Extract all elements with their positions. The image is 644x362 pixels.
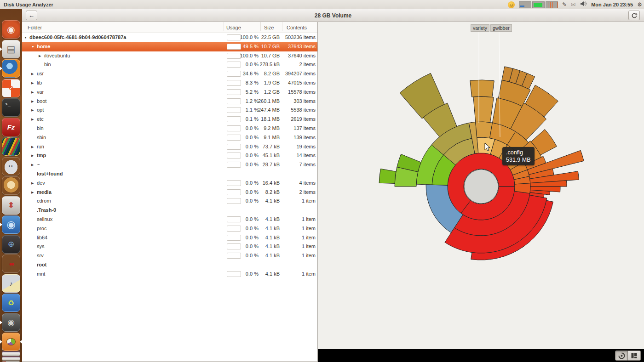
table-row-dbeec600-05fc-4681-9b04-9d060478787a[interactable]: ▼dbeec600-05fc-4681-9b04-9d060478787a100… — [22, 33, 317, 42]
table-row-sbin[interactable]: sbin0.0 %9.1 MB139 items — [22, 133, 317, 142]
table-row-var[interactable]: ▶var5.2 %1.2 GB15578 items — [22, 88, 317, 97]
table-row-lib[interactable]: ▶lib8.3 %1.9 GB47015 items — [22, 79, 317, 88]
chart-segment[interactable] — [476, 122, 493, 138]
folder-name: run — [37, 142, 44, 152]
table-row-~[interactable]: ▶~0.0 %28.7 kB7 items — [22, 160, 317, 170]
clock-indicator[interactable]: Mon Jan 20 23:55 — [591, 2, 633, 7]
column-header-contents[interactable]: Contents — [287, 22, 307, 33]
usage-progressbar — [227, 62, 241, 68]
folder-name: sbin — [37, 133, 46, 142]
session-gear-icon[interactable]: ⚙ — [637, 0, 642, 9]
expander-closed-icon[interactable]: ▶ — [31, 179, 34, 188]
launcher-item-cherries[interactable]: ●● — [2, 255, 20, 273]
rings-chart-view-button[interactable] — [615, 351, 628, 361]
sound-menu-icon[interactable] — [580, 0, 587, 9]
app-indicator-smiley-icon[interactable]: ☺ — [508, 1, 515, 8]
expander-closed-icon[interactable]: ▶ — [31, 160, 34, 170]
folder-contents: 137 items — [293, 124, 316, 133]
launcher-item-speaker-box[interactable]: ◉ — [2, 313, 20, 332]
table-row-.Trash-0[interactable]: .Trash-0 — [22, 206, 317, 215]
launcher-item-ubuntu-tweak[interactable]: ⚙ — [2, 79, 20, 97]
table-row-home[interactable]: ▼home49.5 %10.7 GB37643 items — [22, 42, 317, 51]
launcher-item-dash-home[interactable]: ◉ — [2, 20, 20, 39]
folder-name: media — [37, 188, 52, 197]
table-row-lib64[interactable]: lib640.0 %4.1 kB1 item — [22, 233, 317, 243]
back-button[interactable]: ← — [26, 11, 37, 20]
expander-closed-icon[interactable]: ▶ — [31, 97, 34, 106]
chart-segment[interactable] — [473, 96, 494, 122]
launcher-item-planetarium[interactable]: ⊕ — [2, 235, 20, 254]
usage-progressbar — [227, 34, 241, 40]
table-row-opt[interactable]: ▶opt1.1 %247.4 MB5538 items — [22, 106, 317, 115]
expander-closed-icon[interactable]: ▶ — [31, 151, 34, 160]
expander-open-icon[interactable]: ▼ — [24, 33, 27, 42]
tablet-pen-indicator-icon[interactable]: ✎ — [562, 0, 567, 9]
folder-contents: 2619 items — [291, 115, 316, 124]
usage-progressbar — [227, 271, 241, 277]
column-header-folder[interactable]: Folder — [28, 22, 42, 33]
folder-contents: 1 item — [302, 224, 316, 233]
launcher-item-music-sync[interactable]: ♻ — [2, 294, 20, 312]
folder-size: 1.2 GB — [264, 88, 280, 97]
table-row-usr[interactable]: ▶usr34.6 %8.2 GB394207 items — [22, 69, 317, 79]
table-row-media[interactable]: ▶media0.0 %8.2 kB2 items — [22, 188, 317, 197]
launcher-item-filezilla[interactable]: Fz — [2, 118, 20, 136]
table-row-tmp[interactable]: ▶tmp0.0 %45.1 kB14 items — [22, 151, 317, 160]
table-row-srv[interactable]: srv0.0 %4.1 kB1 item — [22, 251, 317, 260]
launcher-item-files[interactable]: ▤ — [2, 40, 20, 58]
usage-percent: 0.0 % — [246, 251, 259, 260]
table-row-lost+found[interactable]: lost+found — [22, 170, 317, 179]
table-row-boot[interactable]: ▶boot1.2 %260.1 MB303 items — [22, 97, 317, 106]
table-row-run[interactable]: ▶run0.0 %73.7 kB19 items — [22, 142, 317, 152]
table-row-bin[interactable]: bin0.0 %278.5 kB2 items — [22, 60, 317, 69]
stacked-icon[interactable] — [2, 351, 20, 356]
column-header-usage[interactable]: Usage — [226, 22, 241, 33]
launcher-item-lion-figurine[interactable] — [2, 176, 20, 195]
statusbar — [318, 349, 644, 362]
launcher-item-update-manager[interactable]: ⇕ — [2, 196, 20, 215]
table-row-dev[interactable]: ▶dev0.0 %16.4 kB4 items — [22, 179, 317, 188]
chart-segment[interactable] — [470, 80, 494, 97]
expander-closed-icon[interactable]: ▶ — [31, 142, 34, 152]
usage-percent: 0.0 % — [246, 215, 259, 224]
table-row-sys[interactable]: sys0.0 %4.1 kB1 item — [22, 242, 317, 251]
table-row-proc[interactable]: proc0.0 %4.1 kB1 item — [22, 224, 317, 233]
launcher-item-terminal[interactable]: >_ — [2, 98, 20, 117]
expander-closed-icon[interactable]: ▶ — [31, 188, 34, 197]
table-row-etc[interactable]: ▶etc0.1 %18.1 MB2619 items — [22, 115, 317, 124]
launcher-item-owl-figurine[interactable]: •• — [2, 157, 20, 175]
stacked-icon[interactable] — [2, 356, 20, 361]
running-indicator-arrow — [0, 223, 4, 226]
table-row-cdrom[interactable]: cdrom0.0 %4.1 kB1 item — [22, 197, 317, 206]
unity-launcher: ✎ ◉▤⚙>_Fz••⇕◉⊕●●♪♻◉ — [0, 9, 22, 362]
expander-closed-icon[interactable]: ▶ — [31, 115, 34, 124]
launcher-item-chromium[interactable]: ◉ — [2, 215, 20, 234]
messaging-menu-icon[interactable]: ✉ — [571, 0, 575, 9]
system-monitor-indicator[interactable] — [519, 1, 558, 8]
table-row-selinux[interactable]: selinux0.0 %4.1 kB1 item — [22, 215, 317, 224]
folder-name: cdrom — [37, 197, 51, 206]
launcher-item-audio-tagger[interactable]: ♪ — [2, 274, 20, 293]
rings-chart[interactable] — [318, 22, 644, 349]
chart-segment[interactable] — [379, 169, 396, 183]
table-row-bin[interactable]: bin0.0 %9.2 MB137 items — [22, 124, 317, 133]
launcher-item-disk-usage-analyzer[interactable] — [2, 333, 20, 351]
usage-progressbar — [227, 89, 241, 95]
expander-open-icon[interactable]: ▼ — [31, 42, 34, 51]
expander-closed-icon[interactable]: ▶ — [39, 51, 41, 61]
usage-progressbar — [227, 135, 241, 141]
expander-closed-icon[interactable]: ▶ — [31, 69, 34, 79]
table-row-mnt[interactable]: mnt0.0 %4.1 kB1 item — [22, 270, 317, 279]
table-row-iloveubuntu[interactable]: ▶iloveubuntu100.0 %10.7 GB37640 items — [22, 51, 317, 61]
refresh-button[interactable] — [628, 11, 640, 20]
launcher-item-media-app[interactable] — [2, 137, 20, 156]
launcher-item-firefox[interactable] — [2, 59, 20, 78]
treemap-chart-view-button[interactable] — [628, 351, 641, 361]
column-header-size[interactable]: Size — [264, 22, 274, 33]
expander-closed-icon[interactable]: ▶ — [31, 79, 34, 88]
folder-name: iloveubuntu — [44, 51, 70, 61]
folder-name: lost+found — [37, 170, 63, 179]
table-row-root[interactable]: root — [22, 260, 317, 270]
expander-closed-icon[interactable]: ▶ — [31, 106, 34, 115]
expander-closed-icon[interactable]: ▶ — [31, 88, 34, 97]
